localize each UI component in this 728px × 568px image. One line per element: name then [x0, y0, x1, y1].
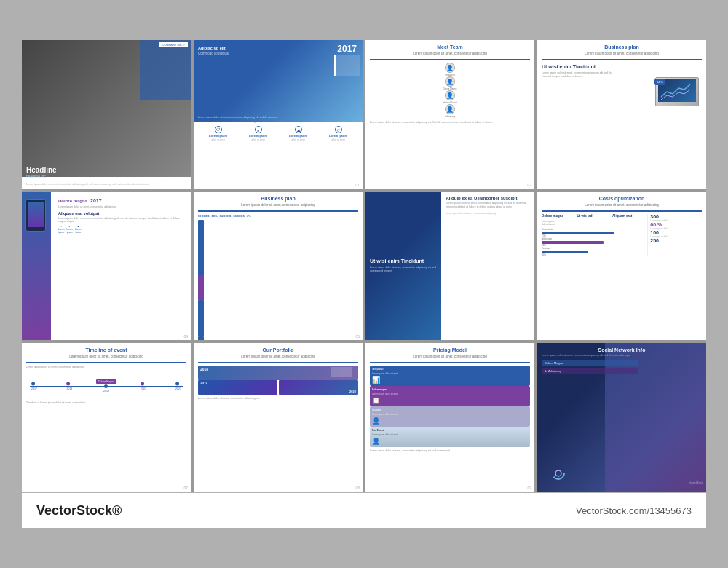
watermark-left-text: VectorStock® — [36, 503, 122, 518]
slide-2-year: Adipiscing elit Commodo consequat 2017 L… — [194, 40, 363, 189]
portfolio-year-2: 2019 — [200, 382, 207, 385]
slide8-bar3: 45% — [542, 251, 644, 256]
slide8-bar-label3: Tincidunt — [542, 247, 644, 250]
slide12-chart — [540, 466, 577, 481]
slide5-lorem2: Lorem ipsum dolor sit amet, consectetur … — [58, 217, 186, 223]
watermark-bar: VectorStock® VectorStock.com/13455673 — [22, 493, 706, 528]
slide11-cols: Torquati ut Lorem ipsum dolor sit amet 📊… — [370, 366, 530, 447]
bar-4 — [198, 300, 204, 336]
slide4-header: Business plan Lorem ipsum dolor sit amet… — [542, 44, 702, 60]
pricing-col1-title: Torquati ut — [372, 368, 528, 371]
slide11-title: Pricing Model — [370, 347, 530, 352]
slide8-bar2: 60% — [542, 241, 644, 247]
pricing-col-3: Tit Amet Lorem ipsum dolor sit amet 👤 — [370, 406, 530, 427]
phone-screen — [28, 202, 44, 227]
slide8-val1: 300 — [650, 214, 702, 219]
slide-grid: COMPANY INC ○ Headline headline.inc Lore… — [22, 40, 706, 492]
dot-2020 — [141, 382, 144, 385]
portfolio-year-1: 2018 — [200, 367, 208, 371]
slide10-title: Our Portfolio — [198, 347, 358, 352]
pricing-col-2: Dolore magna Lorem ipsum dolor sit amet … — [370, 386, 530, 406]
slide8-val3: 100 — [650, 230, 702, 235]
slide1-headline: Headline — [26, 166, 57, 174]
pricing-col4-title: Non Essent — [372, 429, 528, 432]
slide5-section-title: Aliquam erat volutpat — [58, 211, 186, 216]
slide2-img-accent — [334, 55, 360, 76]
slide2-icon-2: ★ Lorem ipsum dolor sit amet — [249, 126, 267, 141]
svg-point-0 — [553, 468, 564, 479]
slide9-footer: Tincidunt ut Lorem ipsum dolor sit amet,… — [26, 401, 186, 404]
avatar-1-img: 👤 — [445, 63, 455, 73]
slide-11-pricing: Pricing Model Lorem ipsum dolor sit amet… — [365, 343, 534, 492]
label-2019: 2019 — [96, 390, 116, 393]
slide8-bar1: 70% — [542, 232, 644, 237]
slide2-icon-3: ☁ Lorem ipsum dolor sit amet — [289, 126, 307, 141]
slide9-title: Timeline of event — [26, 347, 186, 352]
slide8-right: 300 Lorem ipsum dolor 60 % Lorem ipsum d… — [647, 214, 702, 256]
slide12-content: Social Network Info Lorem ipsum dolor si… — [537, 343, 706, 492]
label-2017: 2017 — [31, 387, 37, 390]
slide10-header: Our Portfolio Lorem ipsum dolor sit amet… — [198, 347, 358, 363]
slide3-header: Meet Team Lorem ipsum dolor sit amet, co… — [370, 44, 530, 60]
slide12-labels: Dolore Magna ⏱ Adipiscing — [542, 360, 702, 374]
slide2-icon1-label: Lorem ipsum — [209, 134, 227, 138]
slide2-bottom: Lorem ipsum dolor sit amet, consectetur … — [194, 117, 363, 189]
slide7-left-lorem: Lorem ipsum dolor sit amet, consectetur … — [370, 266, 437, 273]
slide5-title: Dolore magna — [58, 199, 87, 203]
slide5-header: Dolore magna 2017 — [58, 198, 186, 203]
slide5-icon1: ⏱Loremipsum — [58, 225, 65, 234]
refresh-icon: ↺ — [335, 126, 342, 133]
slide6-subtitle: Lorem ipsum dolor sit amet, consectetur … — [198, 203, 358, 207]
slide12-clock-icon: ⏱ — [545, 369, 547, 373]
pricing-col4-lorem: Lorem ipsum dolor sit amet — [372, 433, 528, 436]
avatar-2: 👤 Dolore Magna — [370, 76, 530, 90]
slide7-right-title: Aliquip ex ea Ullamcorper suscipit — [446, 196, 530, 200]
slide-4-business-plan-laptop: Business plan Lorem ipsum dolor sit amet… — [537, 40, 706, 189]
dot-2021 — [175, 382, 179, 385]
bar-1 — [198, 220, 204, 242]
slide2-subtitle: Commodo consequat — [198, 52, 229, 55]
slide8-lorem-left: Lorem ipsumdolor sit amet — [542, 220, 644, 226]
slide6-header: Business plan Lorem ipsum dolor sit amet… — [198, 196, 358, 212]
slide8-title: Costs optimization — [542, 196, 702, 201]
slide12-label2-text: Adipiscing — [548, 369, 561, 373]
slide4-main-text: Ut wisi enim Tincidunt — [542, 64, 620, 69]
slide10-lorem: Lorem ipsum dolor sit amet, consectetur … — [198, 397, 358, 400]
slide2-icon-4: ↺ Lorem ipsum dolor sit amet — [329, 126, 347, 141]
svg-point-1 — [555, 470, 561, 476]
slide9-lorem: Lorem ipsum dolor sit amet, consectetur … — [26, 366, 186, 368]
slide3-avatars: 👤 Torquati ut 👤 Dolore Magna 👤 Nostrud E… — [370, 63, 530, 118]
slide1-lorem-text: Lorem ipsum dolor sit amet, consectetur … — [26, 183, 186, 186]
slide2-icon4-sub: dolor sit amet — [331, 138, 344, 141]
slide2-title: Adipiscing elit — [198, 46, 226, 50]
slide1-blue-accent — [140, 40, 191, 100]
slide5-icon2: ★Loremipsum — [67, 225, 74, 234]
slide3-lorem: Lorem ipsum dolor sit amet, consectetur … — [370, 121, 530, 124]
pricing-col1-lorem: Lorem ipsum dolor sit amet — [372, 372, 528, 375]
slide7-right-lorem: Lorem ipsum dolor sit amet, consectetur … — [446, 202, 530, 209]
portfolio-img-1: 2018 — [198, 366, 358, 380]
slide10-num: 08 — [355, 486, 360, 490]
slide1-logo: COMPANY INC ○ — [159, 42, 188, 47]
slide4-laptop-area: 34 % — [623, 63, 702, 177]
slide2-year: 2017 — [337, 44, 357, 54]
slide-7-ut-wisi: Ut wisi enim Tincidunt Lorem ipsum dolor… — [365, 192, 534, 340]
slide10-subtitle: Lorem ipsum dolor sit amet, consectetur … — [198, 355, 358, 358]
slide8-left: Dolore magna Ut wisi ad Aliquam erat Lor… — [542, 214, 644, 256]
portfolio-thumb-1 — [331, 367, 352, 377]
pricing-col3-icon: 👤 — [372, 417, 528, 425]
avatar-1: 👤 Torquati ut — [370, 63, 530, 76]
avatar-4-img: 👤 — [445, 104, 455, 114]
slide7-right: Aliquip ex ea Ullamcorper suscipit Lorem… — [441, 192, 534, 340]
slide4-lorem: Lorem ipsum dolor sit amet, consectetur … — [542, 71, 620, 79]
avatar-3-img: 👤 — [445, 90, 455, 100]
slide9-header: Timeline of event Lorem ipsum dolor sit … — [26, 347, 186, 363]
cloud-icon: ☁ — [295, 126, 302, 133]
slide2-bottom-lorem: Lorem ipsum dolor sit amet, consectetur … — [198, 120, 358, 123]
slide2-icon2-sub: dolor sit amet — [251, 138, 264, 141]
slide5-icons: ⏱Loremipsum ★Loremipsum ☁Loremipsum — [58, 225, 186, 234]
stat1: 50 000 $ — [198, 214, 210, 218]
slide9-num: 07 — [183, 486, 188, 490]
slide5-content: Dolore magna 2017 Lorem ipsum dolor sit … — [58, 196, 186, 234]
dot-2019 — [104, 384, 108, 388]
